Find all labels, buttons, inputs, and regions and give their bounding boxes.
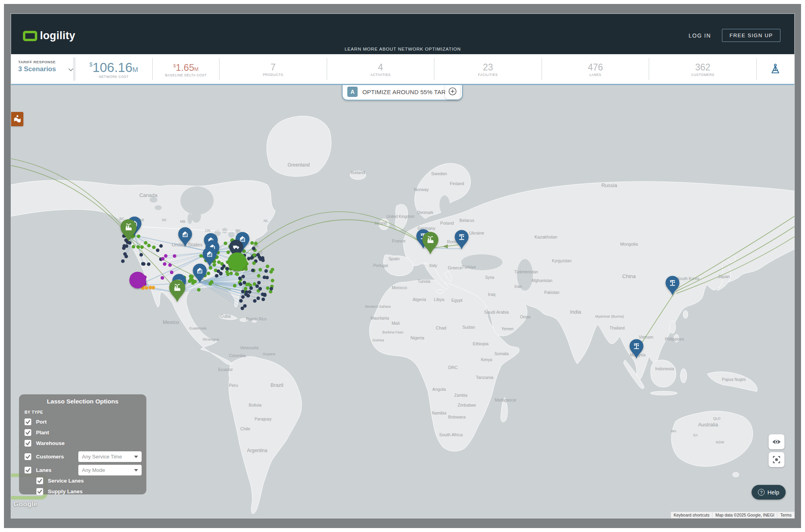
map-country-label: Zimbabwe [458, 403, 476, 407]
map-country-label: Tunisia [418, 279, 430, 284]
service-lanes-checkbox[interactable] [36, 477, 43, 484]
marker-cluster-purple[interactable] [129, 272, 146, 288]
app-window: logility LOG IN FREE SIGN UP LEARN MORE … [11, 14, 794, 518]
map-country-label: Kenya [481, 358, 492, 362]
window-frame: logility LOG IN FREE SIGN UP LEARN MORE … [4, 4, 801, 528]
checkbox-row-port: Port [25, 417, 146, 426]
map-attribution: Keyboard shortcuts Map data ©2025 Google… [671, 512, 794, 518]
lanes-checkbox[interactable] [25, 467, 31, 473]
add-scenario-button[interactable] [445, 84, 460, 99]
map-country-label: WA [671, 429, 676, 433]
marker-plant[interactable] [168, 279, 186, 304]
warehouse-checkbox[interactable] [25, 440, 31, 447]
map-country-label: Oman [520, 315, 530, 319]
map-country-label: Zambia [454, 393, 468, 398]
map-country-label: Iraq [488, 292, 496, 297]
lane-mode-dropdown[interactable]: Any Mode [78, 465, 142, 475]
free-signup-button[interactable]: FREE SIGN UP [722, 29, 780, 42]
map-country-label: Ecuador [218, 367, 233, 372]
network-map[interactable]: GreenlandIcelandCanadaRussiaSwedenNorway… [11, 84, 794, 518]
map-country-label: Philippines [665, 337, 684, 341]
login-link[interactable]: LOG IN [689, 32, 711, 39]
visibility-toggle-button[interactable] [769, 434, 784, 449]
map-country-label: Canada [139, 192, 157, 198]
map-country-label: Saudi Arabia [484, 310, 509, 314]
map-country-label: Argentina [247, 448, 267, 453]
map-country-label: Puerto Rico [246, 317, 267, 321]
map-country-label: Ukraine [469, 231, 484, 235]
metric-baseline-delta-cost: $1.65M BASELINE DELTA COST [153, 54, 219, 84]
map-country-label: Morocco [392, 286, 407, 290]
map-country-label: NSW [716, 440, 725, 444]
map-country-label: Mexico [163, 319, 179, 325]
marker-warehouse[interactable] [177, 227, 193, 249]
map-country-label: Iceland [351, 170, 365, 175]
marker-plant[interactable] [421, 231, 439, 256]
metric-activities: 4 ACTIVITIES [327, 54, 434, 84]
map-country-label: Mali [392, 321, 400, 326]
keyboard-shortcuts-link[interactable]: Keyboard shortcuts [671, 513, 712, 517]
scenario-badge: A [347, 87, 358, 97]
terms-link[interactable]: Terms [777, 513, 794, 517]
map-country-label: Botswana [448, 415, 466, 419]
port-checkbox[interactable] [25, 418, 31, 425]
map-country-label: Venezuela [240, 346, 259, 350]
help-button[interactable]: ? Help [752, 485, 786, 500]
balance-scale-button[interactable] [756, 58, 794, 80]
map-country-label: Nigeria [411, 335, 425, 340]
plus-circle-icon [448, 87, 457, 96]
recenter-button[interactable] [769, 452, 784, 467]
metric-products: 7 PRODUCTS [220, 54, 327, 84]
panel-title: Lasso Selection Options [19, 394, 146, 405]
map-data-text: Map data ©2025 Google, INEGI [712, 513, 777, 517]
checkbox-row-supply-lanes: Supply Lanes [36, 487, 146, 496]
map-country-label: Syria [485, 275, 494, 280]
focus-target-icon [772, 455, 781, 464]
marker-port[interactable] [665, 275, 680, 297]
marker-port[interactable] [629, 339, 644, 361]
customers-checkbox[interactable] [25, 453, 31, 460]
map-country-label: Angola [432, 387, 446, 392]
map-country-label: Myanmar (Burma) [595, 314, 624, 318]
map-country-label: Somalia [494, 352, 509, 356]
map-country-label: Kyrgyzstan [552, 259, 571, 263]
map-country-label: Chile [240, 426, 250, 431]
scenario-tab[interactable]: A OPTIMIZE AROUND 55% TARIFF [342, 84, 463, 100]
marker-cluster-green[interactable] [228, 252, 247, 271]
panel-section-label: BY TYPE [25, 410, 146, 415]
map-country-label: Nicaragua [203, 337, 219, 341]
map-country-label: Guatemala [189, 326, 206, 330]
metric-facilities: 23 FACILITIES [434, 54, 542, 84]
scenario-selector-value: 3 Scenarios [18, 65, 74, 73]
map-country-label: Thailand [610, 326, 625, 330]
plant-checkbox[interactable] [25, 429, 31, 436]
checkbox-row-warehouse: Warehouse [25, 439, 146, 447]
map-country-label: Chad [436, 326, 446, 330]
map-country-label: Japan [718, 274, 730, 279]
map-country-label: Mongolia [620, 242, 638, 246]
stats-bar: TARIFF RESPONSE 3 Scenarios $106.16M NET… [11, 54, 794, 84]
checkbox-row-plant: Plant [25, 428, 146, 437]
question-mark-icon: ? [758, 489, 765, 496]
dropdown-caret-icon [134, 469, 138, 471]
lasso-tool-button[interactable] [11, 112, 23, 126]
map-country-label: Bolivia [249, 403, 262, 407]
google-logo[interactable]: Google [13, 500, 37, 508]
map-country-label: Poland [440, 221, 454, 225]
map-country-label: Yemen [502, 327, 514, 331]
marker-warehouse[interactable] [192, 263, 208, 285]
marker-plant[interactable] [119, 218, 138, 244]
learn-more-link[interactable]: LEARN MORE ABOUT NETWORK OPTIMIZATION [11, 47, 794, 51]
scenario-selector[interactable]: TARIFF RESPONSE 3 Scenarios [11, 54, 74, 84]
map-country-label: Paraguay [255, 417, 272, 421]
marker-port[interactable] [454, 229, 470, 252]
map-country-label: Australia [698, 422, 718, 428]
scenario-selector-label: TARIFF RESPONSE [18, 60, 74, 64]
supply-lanes-checkbox[interactable] [36, 488, 43, 495]
service-time-dropdown[interactable]: Any Service Time [78, 451, 142, 462]
logility-logo[interactable]: logility [23, 30, 75, 42]
map-country-label: Turkmenistan [514, 270, 538, 274]
map-country-label: DRC [448, 365, 458, 370]
metric-customers: 362 CUSTOMERS [649, 54, 756, 84]
lasso-icon [13, 114, 22, 124]
